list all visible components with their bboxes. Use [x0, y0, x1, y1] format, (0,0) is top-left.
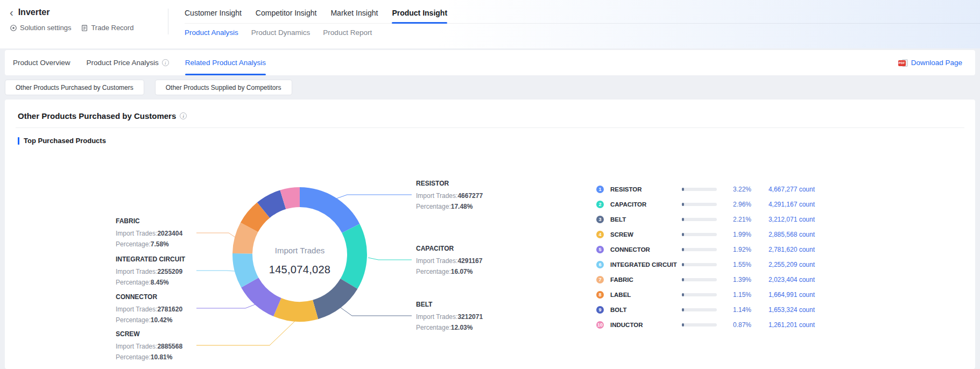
slice-label-import-trades: Import Trades:4667277: [416, 190, 507, 201]
filter-chip-other-products-purchased-by-customers[interactable]: Other Products Purchased by Customers: [5, 80, 144, 95]
ranking-row-integrated-circuit[interactable]: 6INTEGRATED CIRCUIT1.55%2,255,209 count: [596, 257, 809, 272]
slice-label-name: INTEGRATED CIRCUIT: [116, 256, 207, 264]
header-action-label: Trade Record: [91, 24, 133, 32]
ranking-row-fabric[interactable]: 7FABRIC1.39%2,023,404 count: [596, 272, 809, 287]
rank-count: 2,885,568 count: [751, 231, 815, 238]
tab-competitor-insight[interactable]: Competitor Insight: [256, 4, 317, 24]
header-action-label: Solution settings: [20, 24, 71, 32]
rank-badge: 10: [596, 321, 604, 329]
slice-label-import-trades: Import Trades:3212071: [416, 311, 507, 322]
rank-percentage: 1.39%: [717, 276, 751, 283]
back-button[interactable]: ‹: [10, 7, 13, 18]
rank-name: LABEL: [610, 292, 682, 298]
header-action-solution-settings[interactable]: Solution settings: [10, 24, 71, 32]
ranking-list: 1RESISTOR3.22%4,667,277 count2CAPACITOR2…: [596, 182, 809, 332]
rank-badge: 2: [596, 201, 604, 208]
slice-label-import-trades: Import Trades:2781620: [116, 304, 207, 315]
leader-line-capacitor: [368, 258, 412, 260]
rank-percentage: 1.15%: [717, 291, 751, 299]
rank-progress-bar: [682, 203, 717, 206]
rank-progress-fill: [682, 248, 684, 251]
rank-percentage: 2.21%: [717, 216, 751, 223]
slice-label-name: RESISTOR: [416, 180, 507, 188]
target-icon: [10, 24, 17, 32]
rank-percentage: 2.96%: [717, 201, 751, 208]
analysis-toolbar: Product OverviewProduct Price AnalysisiR…: [5, 50, 975, 75]
rank-count: 1,664,991 count: [751, 291, 815, 299]
rank-percentage: 1.92%: [717, 246, 751, 253]
donut-slice-capacitor[interactable]: [341, 224, 367, 289]
rank-count: 2,255,209 count: [751, 261, 815, 268]
rank-progress-bar: [682, 278, 717, 281]
rank-progress-fill: [682, 278, 684, 281]
ranking-row-inductor[interactable]: 10INDUCTOR0.87%1,261,201 count: [596, 317, 809, 332]
ranking-row-screw[interactable]: 4SCREW1.99%2,885,568 count: [596, 227, 809, 242]
slice-label-integrated-circuit: INTEGRATED CIRCUITImport Trades:2255209P…: [116, 256, 207, 288]
subtab-product-report[interactable]: Product Report: [323, 29, 372, 37]
rank-progress-bar: [682, 188, 717, 191]
chart-region: Import Trades 145,074,028 RESISTORImport…: [5, 143, 975, 369]
donut-slice-screw[interactable]: [273, 298, 318, 322]
slice-label-name: FABRIC: [116, 217, 207, 225]
pdf-icon: PDF: [898, 59, 908, 67]
ranking-row-bolt[interactable]: 9BOLT1.14%1,653,324 count: [596, 302, 809, 317]
info-icon[interactable]: i: [162, 59, 169, 66]
subtab-product-dynamics[interactable]: Product Dynamics: [251, 29, 311, 37]
rank-progress-fill: [682, 308, 684, 311]
rank-count: 1,653,324 count: [751, 306, 815, 314]
download-page-button[interactable]: PDF Download Page: [898, 59, 962, 67]
header-divider: [168, 9, 168, 34]
rank-progress-bar: [682, 323, 717, 327]
rank-count: 2,023,404 count: [751, 276, 815, 283]
header-actions: Solution settingsTrade Record: [10, 24, 168, 32]
toolbar-tab-related-product-analysis[interactable]: Related Product Analysis: [185, 50, 266, 75]
toolbar-tabs: Product OverviewProduct Price AnalysisiR…: [13, 50, 282, 75]
ranking-row-label[interactable]: 8LABEL1.15%1,664,991 count: [596, 287, 809, 302]
rank-progress-fill: [682, 263, 684, 266]
slice-label-import-trades: Import Trades:2885568: [116, 341, 207, 352]
ranking-row-belt[interactable]: 3BELT2.21%3,212,071 count: [596, 212, 809, 227]
header-action-trade-record[interactable]: Trade Record: [81, 24, 133, 32]
page-title: Inverter: [18, 8, 50, 17]
rank-badge: 6: [596, 261, 604, 268]
rank-percentage: 1.55%: [717, 261, 751, 268]
tab-customer-insight[interactable]: Customer Insight: [185, 4, 242, 24]
rank-name: BELT: [610, 216, 682, 223]
ranking-row-connector[interactable]: 5CONNECTOR1.92%2,781,620 count: [596, 242, 809, 257]
info-icon[interactable]: i: [180, 112, 187, 119]
rank-progress-fill: [682, 293, 684, 296]
rank-progress-bar: [682, 248, 717, 251]
filter-chip-other-products-supplied-by-competitors[interactable]: Other Products Supplied by Competitors: [155, 80, 292, 95]
toolbar-tab-product-overview[interactable]: Product Overview: [13, 50, 70, 75]
slice-label-connector: CONNECTORImport Trades:2781620Percentage…: [116, 293, 207, 325]
toolbar-tab-product-price-analysis[interactable]: Product Price Analysisi: [87, 50, 169, 75]
leader-line-screw: [196, 321, 295, 345]
leader-line-resistor: [332, 195, 412, 200]
rank-progress-fill: [682, 323, 684, 327]
rank-progress-bar: [682, 308, 717, 311]
rank-badge: 9: [596, 306, 604, 314]
filter-chips: Other Products Purchased by CustomersOth…: [5, 80, 292, 95]
tab-market-insight[interactable]: Market Insight: [330, 4, 378, 24]
section-divider: [16, 127, 964, 128]
donut-slice-resistor[interactable]: [300, 187, 359, 233]
rank-percentage: 1.14%: [717, 306, 751, 314]
slice-label-percentage: Percentage:12.03%: [416, 322, 507, 333]
toolbar-tab-label: Product Overview: [13, 59, 70, 67]
rank-badge: 7: [596, 276, 604, 283]
slice-label-screw: SCREWImport Trades:2885568Percentage:10.…: [116, 330, 207, 363]
clipboard-icon: [81, 24, 88, 32]
rank-progress-bar: [682, 263, 717, 266]
tab-product-insight[interactable]: Product Insight: [392, 4, 447, 24]
ranking-row-resistor[interactable]: 1RESISTOR3.22%4,667,277 count: [596, 182, 809, 197]
rank-count: 2,781,620 count: [751, 246, 815, 253]
rank-count: 4,291,167 count: [751, 201, 815, 208]
section-title-row: Other Products Purchased by Customers i: [18, 111, 187, 120]
subtab-product-analysis[interactable]: Product Analysis: [185, 29, 238, 37]
rank-name: FABRIC: [610, 276, 682, 283]
slice-label-percentage: Percentage:10.81%: [116, 352, 207, 363]
header-subtabs: Product AnalysisProduct DynamicsProduct …: [185, 29, 980, 37]
rank-percentage: 0.87%: [717, 321, 751, 329]
slice-label-belt: BELTImport Trades:3212071Percentage:12.0…: [416, 301, 507, 333]
ranking-row-capacitor[interactable]: 2CAPACITOR2.96%4,291,167 count: [596, 197, 809, 212]
